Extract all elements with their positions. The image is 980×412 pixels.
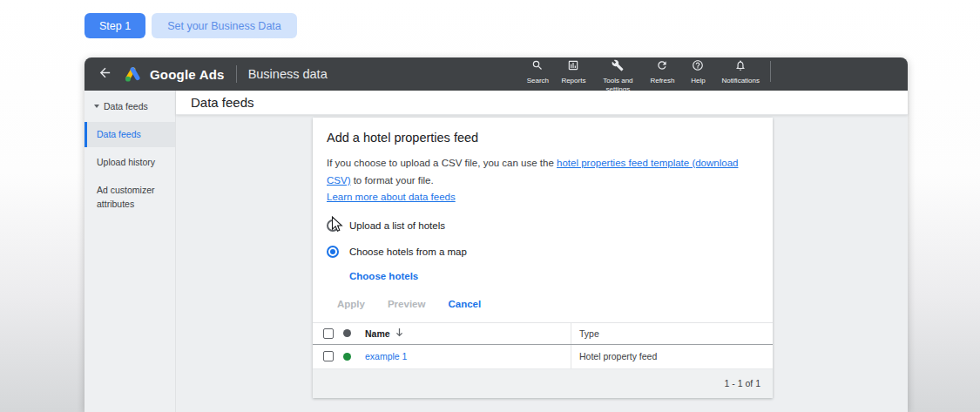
learn-more-link[interactable]: Learn more about data feeds	[327, 192, 456, 202]
sidebar-item-upload-history[interactable]: Upload history	[84, 150, 175, 175]
feed-name-link[interactable]: example 1	[365, 351, 407, 361]
sidebar-item-ad-customizer-attributes[interactable]: Ad customizer attributes	[84, 178, 165, 216]
page-background: Step 1 Set your Business Data Google Ads…	[0, 0, 980, 412]
sidebar-item-data-feeds[interactable]: Data feeds	[84, 122, 175, 147]
help-icon	[692, 59, 704, 74]
status-column-icon	[343, 329, 351, 337]
row-checkbox[interactable]	[323, 351, 334, 361]
preview-button[interactable]: Preview	[388, 299, 425, 309]
search-button[interactable]: Search	[520, 59, 555, 85]
nav-label: Notifications	[721, 77, 760, 85]
main-area: Data feeds Add a hotel properties feed I…	[176, 91, 908, 412]
step-number-chip[interactable]: Step 1	[84, 13, 145, 38]
step-title-chip[interactable]: Set your Business Data	[152, 13, 297, 38]
sidebar-group-label: Data feeds	[104, 101, 148, 111]
nav-label: Help	[691, 77, 705, 85]
radio-label: Choose hotels from a map	[349, 247, 467, 257]
nav-label: Search	[527, 77, 549, 85]
notifications-button[interactable]: Notifications	[715, 59, 766, 85]
app-window: Google Ads Business data Search Reports	[84, 57, 908, 412]
reports-icon	[567, 59, 579, 74]
feed-type-value: Hotel property feed	[579, 351, 657, 361]
table-row: example 1 Hotel property feed	[313, 345, 773, 369]
table-footer: 1 - 1 of 1	[313, 369, 773, 398]
refresh-icon	[656, 59, 668, 74]
appbar-divider	[236, 65, 237, 83]
choose-hotels-link[interactable]: Choose hotels	[349, 271, 418, 281]
dialog-description: If you choose to upload a CSV file, you …	[327, 155, 759, 206]
status-enabled-icon	[343, 353, 351, 361]
help-button[interactable]: Help	[680, 59, 715, 85]
stepper: Step 1 Set your Business Data	[84, 13, 297, 38]
name-column-label: Name	[365, 328, 390, 339]
brand-text: Google Ads	[150, 67, 225, 82]
pagination-label: 1 - 1 of 1	[725, 378, 760, 388]
app-bar: Google Ads Business data Search Reports	[84, 57, 908, 91]
dialog-actions: Apply Preview Cancel	[337, 299, 759, 322]
back-button[interactable]	[98, 65, 112, 83]
radio-choose-map[interactable]: Choose hotels from a map	[327, 246, 759, 258]
radio-unselected-icon[interactable]	[327, 220, 339, 232]
chevron-down-icon	[94, 105, 99, 108]
window-body: Data feeds Data feeds Upload history Ad …	[84, 91, 908, 412]
radio-label: Upload a list of hotels	[349, 220, 445, 231]
arrow-left-icon	[98, 65, 112, 83]
nav-label: Reports	[561, 77, 585, 85]
description-text: to format your file.	[350, 175, 433, 186]
appnav-divider	[770, 61, 771, 82]
tools-and-settings-button[interactable]: Tools and settings	[591, 59, 644, 94]
appbar-section-title: Business data	[248, 67, 328, 81]
sort-descending-icon	[395, 328, 403, 339]
page-title: Data feeds	[191, 95, 254, 110]
search-icon	[531, 59, 544, 74]
nav-label: Refresh	[650, 77, 674, 85]
sidebar: Data feeds Data feeds Upload history Ad …	[84, 91, 176, 412]
dialog-title: Add a hotel properties feed	[327, 131, 759, 145]
tools-icon	[612, 59, 624, 74]
type-column-header[interactable]: Type	[571, 323, 773, 344]
appbar-nav: Search Reports Tools and settings	[520, 54, 908, 94]
type-column-label: Type	[579, 328, 599, 339]
content-area: Add a hotel properties feed If you choos…	[176, 115, 908, 412]
feeds-table: Name Type	[313, 322, 773, 398]
google-ads-logo-icon	[124, 65, 142, 83]
description-text: If you choose to upload a CSV file, you …	[327, 158, 557, 168]
radio-selected-icon[interactable]	[327, 246, 339, 258]
notifications-icon	[734, 59, 747, 74]
select-all-checkbox[interactable]	[323, 328, 334, 339]
sidebar-group-data-feeds[interactable]: Data feeds	[84, 94, 175, 118]
page-title-bar: Data feeds	[176, 91, 908, 115]
refresh-button[interactable]: Refresh	[644, 59, 680, 85]
add-feed-dialog: Add a hotel properties feed If you choos…	[313, 118, 773, 398]
name-column-header[interactable]: Name	[365, 328, 571, 339]
reports-button[interactable]: Reports	[555, 59, 591, 85]
table-header-row: Name Type	[313, 323, 773, 345]
cancel-button[interactable]: Cancel	[448, 299, 481, 309]
radio-upload-list[interactable]: Upload a list of hotels	[327, 220, 759, 232]
apply-button[interactable]: Apply	[337, 299, 365, 309]
